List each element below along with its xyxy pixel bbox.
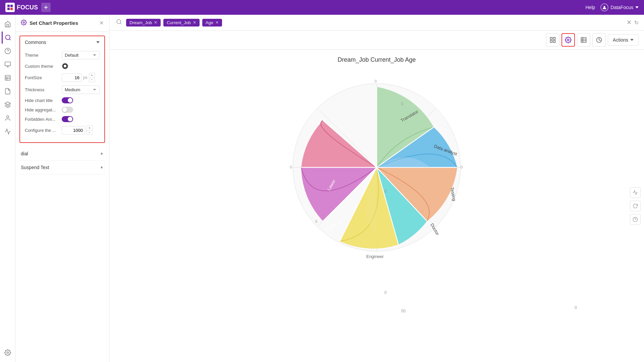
theme-label: Theme: [25, 53, 62, 58]
search-input[interactable]: [225, 20, 624, 25]
commons-collapse-icon: [96, 41, 100, 43]
chart-svg: Translator Data analyst Lawer Professor …: [279, 70, 474, 265]
panel-header-left: Set Chart Properties: [21, 19, 78, 27]
help-link[interactable]: Help: [586, 5, 595, 10]
suspend-text-expand-icon: [100, 166, 104, 168]
fontsize-input[interactable]: [62, 73, 82, 82]
line-chart-button[interactable]: [630, 187, 641, 198]
chart-area: Dream_Job Current_Job Age: [109, 50, 644, 362]
topbar-left: FOCUS: [5, 3, 51, 12]
actions-label: Actions: [613, 37, 628, 43]
sidebar-item-settings[interactable]: [2, 347, 14, 359]
thumbnail-view-button[interactable]: [546, 33, 559, 47]
sidebar-item-search[interactable]: [2, 32, 14, 44]
ext-axis-0-left: 0: [384, 189, 387, 194]
forbidden-anim-toggle[interactable]: [62, 116, 73, 122]
hide-title-toggle-wrap: [62, 97, 73, 103]
axis-label-left-2: 0: [315, 219, 317, 223]
user-menu[interactable]: DataFocus: [600, 3, 639, 11]
thickness-control: Medium: [62, 86, 100, 94]
configure-stepper: + −: [87, 125, 93, 135]
user-icon: [600, 3, 608, 11]
thickness-row: Thickness Medium: [25, 86, 100, 94]
panel-close-button[interactable]: ✕: [99, 20, 104, 26]
actions-button[interactable]: Actions: [608, 34, 639, 46]
settings-view-button[interactable]: [561, 33, 575, 47]
hide-aggregat-label: Hide aggregat...: [25, 107, 62, 112]
fontsize-stepper: + −: [89, 73, 95, 82]
theme-select[interactable]: Default: [62, 51, 100, 59]
refresh-chart-button[interactable]: [630, 201, 641, 211]
tag-dream-job[interactable]: Dream_Job ✕: [126, 19, 161, 27]
color-dot[interactable]: [62, 63, 68, 69]
commons-section-header[interactable]: Commons: [20, 36, 104, 48]
engineer-label: Engineer: [366, 254, 384, 259]
clear-search-button[interactable]: ✕: [627, 19, 632, 26]
dial-label: dial: [21, 151, 28, 156]
sidebar-item-table[interactable]: [2, 72, 14, 84]
ext-axis-0-bottom-right: 0: [575, 305, 577, 310]
fontsize-increment[interactable]: +: [89, 73, 95, 77]
axis-label-right: 0: [461, 165, 463, 169]
help-chart-button[interactable]: [630, 214, 641, 225]
tag-current-job-close[interactable]: ✕: [193, 20, 196, 25]
sidebar-item-document[interactable]: [2, 85, 14, 97]
configure-input[interactable]: [62, 126, 85, 135]
content-area: Dream_Job ✕ Current_Job ✕ Age ✕ ✕ ↻: [109, 15, 644, 362]
sidebar-item-home[interactable]: [2, 18, 14, 30]
fontsize-control: px + −: [62, 73, 100, 82]
tag-age-close[interactable]: ✕: [215, 20, 219, 25]
add-tab-button[interactable]: [41, 3, 51, 12]
thickness-select[interactable]: Medium: [62, 86, 100, 94]
svg-rect-3: [10, 8, 13, 10]
axis-label-left: 0: [290, 165, 292, 169]
search-icon[interactable]: [115, 17, 123, 28]
tag-dream-job-close[interactable]: ✕: [154, 20, 157, 25]
hide-title-row: Hide chart title: [25, 97, 100, 103]
hide-title-toggle[interactable]: [62, 97, 73, 103]
user-dropdown-icon: [635, 6, 639, 8]
commons-label: Commons: [25, 40, 46, 45]
svg-rect-27: [553, 41, 555, 43]
panel-title: Set Chart Properties: [30, 20, 78, 26]
tag-current-job[interactable]: Current_Job ✕: [163, 19, 200, 27]
suspend-text-label: Suspend Text: [21, 165, 49, 170]
tag-current-job-label: Current_Job: [167, 20, 191, 25]
chart-type-button[interactable]: [592, 33, 606, 47]
hide-title-label: Hide chart title: [25, 98, 62, 103]
sidebar-item-monitor[interactable]: [2, 58, 14, 70]
panel-header: Set Chart Properties ✕: [15, 15, 109, 32]
svg-point-21: [23, 22, 25, 23]
properties-panel: Set Chart Properties ✕ Commons Theme Def…: [15, 15, 109, 362]
topbar-right: Help DataFocus: [586, 3, 639, 11]
fontsize-decrement[interactable]: −: [89, 77, 95, 82]
custom-theme-label: Custom theme: [25, 64, 62, 69]
sidebar-item-activity[interactable]: [2, 125, 14, 138]
logo-text: FOCUS: [17, 4, 38, 11]
dial-section: dial: [19, 147, 105, 161]
forbidden-anim-toggle-wrap: [62, 116, 73, 122]
sidebar-item-help[interactable]: [2, 45, 14, 57]
sidebar-icons: [0, 15, 15, 362]
refresh-button[interactable]: ↻: [634, 19, 639, 26]
suspend-text-section-header[interactable]: Suspend Text: [19, 161, 105, 174]
configure-increment[interactable]: +: [87, 125, 93, 130]
forbidden-anim-row: Forbidden Ani...: [25, 116, 100, 122]
configure-label: Configure the ...: [25, 128, 62, 133]
fontsize-unit: px: [83, 75, 88, 80]
axis-label-top: 0: [375, 79, 377, 83]
sidebar-item-person[interactable]: [2, 112, 14, 124]
app-logo: FOCUS: [5, 3, 38, 12]
logo-icon: [5, 3, 15, 12]
sidebar-item-layers[interactable]: [2, 99, 14, 111]
dial-section-header[interactable]: dial: [19, 147, 105, 160]
actions-dropdown-icon: [630, 39, 634, 41]
svg-line-23: [120, 23, 121, 24]
search-bar: Dream_Job ✕ Current_Job ✕ Age ✕ ✕ ↻: [109, 15, 644, 31]
configure-decrement[interactable]: −: [87, 130, 93, 135]
forbidden-anim-label: Forbidden Ani...: [25, 117, 62, 122]
topbar: FOCUS Help DataFocus: [0, 0, 644, 15]
hide-aggregat-toggle[interactable]: [62, 107, 73, 113]
tag-age[interactable]: Age ✕: [202, 19, 222, 27]
table-view-button[interactable]: [577, 33, 590, 47]
